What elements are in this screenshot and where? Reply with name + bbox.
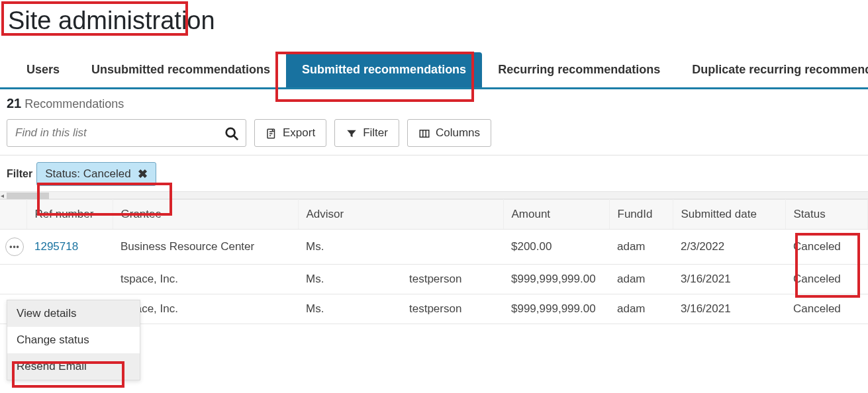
row-context-menu: View details Change status Resend Email (7, 300, 140, 324)
filter-icon (346, 126, 358, 140)
cell-amount: $200.00 (503, 230, 609, 265)
column-header-grantee[interactable]: Grantee (113, 200, 298, 230)
cell-submitted-date: 3/16/2021 (673, 294, 785, 324)
row-actions-button[interactable]: ••• (5, 238, 24, 256)
cell-grantee: tspace, Inc. (113, 265, 298, 294)
tab-recurring-recommendations[interactable]: Recurring recommendations (482, 52, 676, 87)
cell-fund-id: adam (609, 230, 673, 265)
filter-label: Filter (363, 126, 388, 140)
list-count-label: Recommendations (24, 97, 124, 110)
filter-button[interactable]: Filter (334, 119, 399, 147)
export-icon (265, 126, 277, 140)
search-icon[interactable] (224, 125, 239, 141)
cell-advisor: Ms. testperson (298, 294, 503, 324)
column-header-fund-id[interactable]: FundId (609, 200, 673, 230)
cell-fund-id: adam (609, 294, 673, 324)
cell-status: Canceled (785, 294, 868, 324)
tab-duplicate-recurring-recommendations[interactable]: Duplicate recurring recommendati (676, 52, 868, 87)
cell-advisor: Ms. testperson (298, 265, 503, 294)
applied-filters: Filter Status: Canceled ✖ (0, 155, 868, 191)
list-count-number: 21 (7, 96, 21, 110)
svg-rect-3 (420, 130, 429, 137)
cell-grantee: Business Resource Center (113, 230, 298, 265)
close-icon[interactable]: ✖ (138, 167, 148, 181)
svg-point-0 (226, 128, 235, 137)
menu-item-view-details[interactable]: View details (7, 300, 140, 324)
cell-amount: $999,999,999.00 (503, 265, 609, 294)
cell-fund-id: adam (609, 265, 673, 294)
table-row: ••• 1295718 Business Resource Center Ms.… (0, 230, 868, 265)
svg-line-1 (234, 136, 238, 140)
search-input[interactable] (14, 126, 224, 140)
column-header-amount[interactable]: Amount (503, 200, 609, 230)
table-row: tspace, Inc. Ms. testperson $999,999,999… (0, 265, 868, 294)
cell-amount: $999,999,999.00 (503, 294, 609, 324)
tabs-bar: Users Unsubmitted recommendations Submit… (0, 52, 868, 89)
ref-number-link[interactable]: 1295718 (34, 240, 78, 253)
cell-submitted-date: 3/16/2021 (673, 265, 785, 294)
cell-advisor: Ms. (298, 230, 503, 265)
columns-label: Columns (436, 126, 480, 140)
cell-grantee: tspace, Inc. (113, 294, 298, 324)
column-header-submitted-date[interactable]: Submitted date (673, 200, 785, 230)
cell-submitted-date: 2/3/2022 (673, 230, 785, 265)
scroll-left-arrow[interactable]: ◂ (1, 192, 6, 200)
filter-chip-label: Status: Canceled (45, 167, 130, 181)
filters-label: Filter (7, 168, 32, 180)
list-count: 21 Recommendations (0, 89, 868, 116)
column-header-ref-number[interactable]: Ref number (26, 200, 113, 230)
toolbar: Export Filter Columns (0, 116, 868, 155)
tab-submitted-recommendations[interactable]: Submitted recommendations (286, 52, 482, 87)
columns-button[interactable]: Columns (407, 119, 491, 147)
column-header-actions (0, 200, 26, 230)
scroll-thumb[interactable] (7, 193, 49, 199)
tab-unsubmitted-recommendations[interactable]: Unsubmitted recommendations (75, 52, 286, 87)
ellipsis-icon: ••• (9, 242, 20, 251)
export-button[interactable]: Export (254, 119, 326, 147)
search-box[interactable] (7, 119, 246, 147)
page-title: Site administration (3, 3, 220, 39)
columns-icon (418, 126, 430, 140)
horizontal-scrollbar[interactable]: ◂ (0, 191, 868, 199)
tab-users[interactable]: Users (11, 52, 75, 87)
filter-chip-status-canceled[interactable]: Status: Canceled ✖ (36, 162, 156, 186)
export-label: Export (283, 126, 315, 140)
column-header-status[interactable]: Status (785, 200, 868, 230)
cell-status: Canceled (785, 265, 868, 294)
column-header-advisor[interactable]: Advisor (298, 200, 503, 230)
cell-status: Canceled (785, 230, 868, 265)
